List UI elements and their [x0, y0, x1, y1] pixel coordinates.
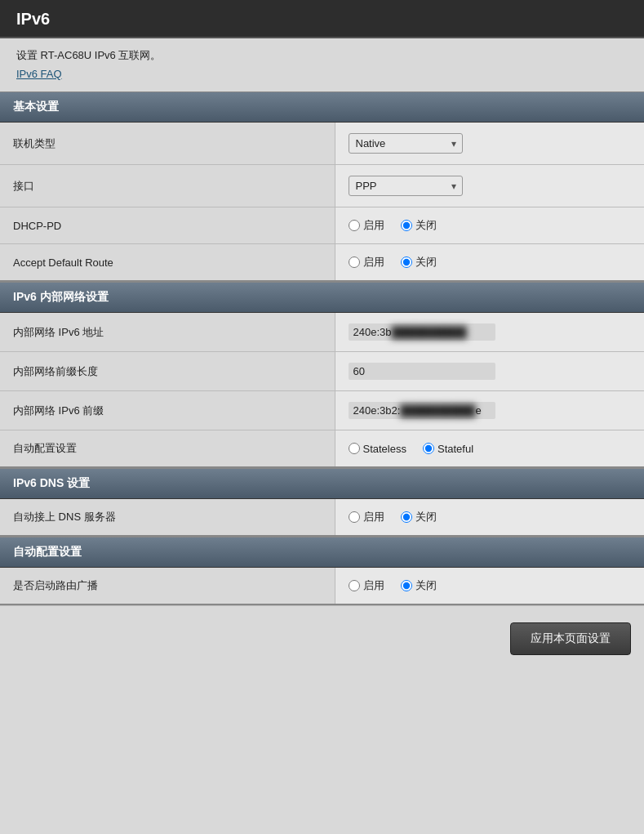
radio-group-auto_config: StatelessStateful	[349, 443, 632, 455]
value-lan_prefix_len: 60	[335, 352, 644, 391]
label-auto_dns: 自动接上 DNS 服务器	[0, 499, 335, 535]
select-wrapper-interface: PPPETH	[349, 176, 463, 196]
section-header-autoconfig: 自动配置设置	[0, 537, 644, 568]
page-title: IPv6	[0, 0, 644, 38]
label-lan_ipv6_addr: 内部网络 IPv6 地址	[0, 313, 335, 352]
section-basic: 基本设置联机类型NativePassthroughStatic IPv66in4…	[0, 91, 644, 282]
section-autoconfig: 自动配置设置是否启动路由广播启用关闭	[0, 537, 644, 605]
faq-link[interactable]: IPv6 FAQ	[16, 68, 62, 80]
section-table-autoconfig: 是否启动路由广播启用关闭	[0, 568, 644, 604]
row-connection_type: 联机类型NativePassthroughStatic IPv66in46to4…	[0, 123, 644, 165]
radio-auto_dns-0[interactable]	[349, 511, 360, 523]
radio-accept_default_route-0[interactable]	[349, 256, 360, 268]
label-lan_ipv6_prefix: 内部网络 IPv6 前缀	[0, 391, 335, 430]
select-interface[interactable]: PPPETH	[349, 176, 463, 196]
section-header-basic: 基本设置	[0, 91, 644, 123]
row-router_advert: 是否启动路由广播启用关闭	[0, 568, 644, 604]
section-table-dns: 自动接上 DNS 服务器启用关闭	[0, 499, 644, 535]
radio-text-auto_config-0: Stateless	[363, 443, 406, 455]
section-header-lan: IPv6 内部网络设置	[0, 282, 644, 313]
label-auto_config: 自动配置设置	[0, 430, 335, 467]
label-dhcp_pd: DHCP-PD	[0, 207, 335, 244]
section-dns: IPv6 DNS 设置自动接上 DNS 服务器启用关闭	[0, 468, 644, 537]
row-interface: 接口PPPETH	[0, 165, 644, 207]
row-lan_prefix_len: 内部网络前缀长度60	[0, 352, 644, 391]
blurred-lan_ipv6_prefix: ██████████	[400, 404, 475, 417]
row-accept_default_route: Accept Default Route启用关闭	[0, 244, 644, 281]
radio-auto_config-0[interactable]	[349, 443, 360, 454]
row-dhcp_pd: DHCP-PD启用关闭	[0, 207, 644, 244]
radio-auto_dns-1[interactable]	[401, 511, 412, 523]
blurred-lan_ipv6_addr: ██████████	[392, 326, 467, 338]
row-auto_dns: 自动接上 DNS 服务器启用关闭	[0, 499, 644, 535]
radio-group-accept_default_route: 启用关闭	[349, 255, 632, 270]
radio-dhcp_pd-0[interactable]	[349, 220, 360, 231]
select-wrapper-connection_type: NativePassthroughStatic IPv66in46to46rdD…	[349, 133, 463, 154]
radio-text-dhcp_pd-0: 启用	[363, 218, 384, 233]
row-lan_ipv6_prefix: 内部网络 IPv6 前缀240e:3b2:██████████e	[0, 391, 644, 430]
radio-label-dhcp_pd-0[interactable]: 启用	[349, 218, 384, 233]
radio-text-accept_default_route-0: 启用	[363, 255, 384, 270]
radio-group-router_advert: 启用关闭	[349, 578, 632, 593]
radio-label-accept_default_route-0[interactable]: 启用	[349, 255, 384, 270]
value-lan_ipv6_prefix: 240e:3b2:██████████e	[335, 391, 644, 430]
value-lan_ipv6_addr: 240e:3b██████████	[335, 313, 644, 352]
text-value-lan_prefix_len: 60	[349, 363, 495, 380]
radio-router_advert-0[interactable]	[349, 580, 360, 591]
radio-text-accept_default_route-1: 关闭	[415, 255, 437, 270]
radio-auto_config-1[interactable]	[423, 443, 434, 454]
radio-label-auto_config-0[interactable]: Stateless	[349, 443, 406, 455]
section-table-basic: 联机类型NativePassthroughStatic IPv66in46to4…	[0, 123, 644, 280]
radio-text-router_advert-1: 关闭	[415, 578, 437, 593]
value-dhcp_pd[interactable]: 启用关闭	[335, 207, 644, 244]
radio-group-dhcp_pd: 启用关闭	[349, 218, 632, 233]
radio-accept_default_route-1[interactable]	[401, 256, 412, 268]
value-auto_dns[interactable]: 启用关闭	[335, 499, 644, 535]
row-auto_config: 自动配置设置StatelessStateful	[0, 430, 644, 467]
radio-label-dhcp_pd-1[interactable]: 关闭	[401, 218, 437, 233]
label-interface: 接口	[0, 165, 335, 207]
value-accept_default_route[interactable]: 启用关闭	[335, 244, 644, 281]
value-router_advert[interactable]: 启用关闭	[335, 568, 644, 604]
section-lan: IPv6 内部网络设置内部网络 IPv6 地址240e:3b██████████…	[0, 282, 644, 468]
radio-group-auto_dns: 启用关闭	[349, 510, 632, 524]
page-description: 设置 RT-AC68U IPv6 互联网。	[0, 38, 644, 66]
select-connection_type[interactable]: NativePassthroughStatic IPv66in46to46rdD…	[349, 133, 463, 154]
label-lan_prefix_len: 内部网络前缀长度	[0, 352, 335, 391]
radio-text-auto_dns-0: 启用	[363, 510, 384, 524]
radio-dhcp_pd-1[interactable]	[401, 220, 412, 231]
radio-label-accept_default_route-1[interactable]: 关闭	[401, 255, 437, 270]
page-container: IPv6 设置 RT-AC68U IPv6 互联网。 IPv6 FAQ 基本设置…	[0, 0, 644, 834]
radio-router_advert-1[interactable]	[401, 580, 412, 591]
label-connection_type: 联机类型	[0, 123, 335, 165]
value-auto_config[interactable]: StatelessStateful	[335, 430, 644, 467]
section-table-lan: 内部网络 IPv6 地址240e:3b██████████内部网络前缀长度60内…	[0, 313, 644, 466]
section-header-dns: IPv6 DNS 设置	[0, 468, 644, 499]
label-accept_default_route: Accept Default Route	[0, 244, 335, 281]
radio-label-auto_config-1[interactable]: Stateful	[423, 443, 473, 455]
sections-container: 基本设置联机类型NativePassthroughStatic IPv66in4…	[0, 91, 644, 605]
label-router_advert: 是否启动路由广播	[0, 568, 335, 604]
footer-bar: 应用本页面设置	[0, 605, 644, 671]
text-value-lan_ipv6_addr: 240e:3b██████████	[349, 323, 495, 341]
radio-text-auto_config-1: Stateful	[437, 443, 473, 455]
radio-label-auto_dns-0[interactable]: 启用	[349, 510, 384, 524]
radio-label-router_advert-0[interactable]: 启用	[349, 578, 384, 593]
value-interface[interactable]: PPPETH	[335, 165, 644, 207]
radio-text-dhcp_pd-1: 关闭	[415, 218, 437, 233]
value-connection_type[interactable]: NativePassthroughStatic IPv66in46to46rdD…	[335, 123, 644, 165]
text-value-lan_ipv6_prefix: 240e:3b2:██████████e	[349, 402, 495, 419]
apply-button[interactable]: 应用本页面设置	[510, 622, 631, 655]
radio-label-auto_dns-1[interactable]: 关闭	[401, 510, 437, 524]
radio-text-router_advert-0: 启用	[363, 578, 384, 593]
radio-text-auto_dns-1: 关闭	[415, 510, 437, 524]
row-lan_ipv6_addr: 内部网络 IPv6 地址240e:3b██████████	[0, 313, 644, 352]
radio-label-router_advert-1[interactable]: 关闭	[401, 578, 437, 593]
